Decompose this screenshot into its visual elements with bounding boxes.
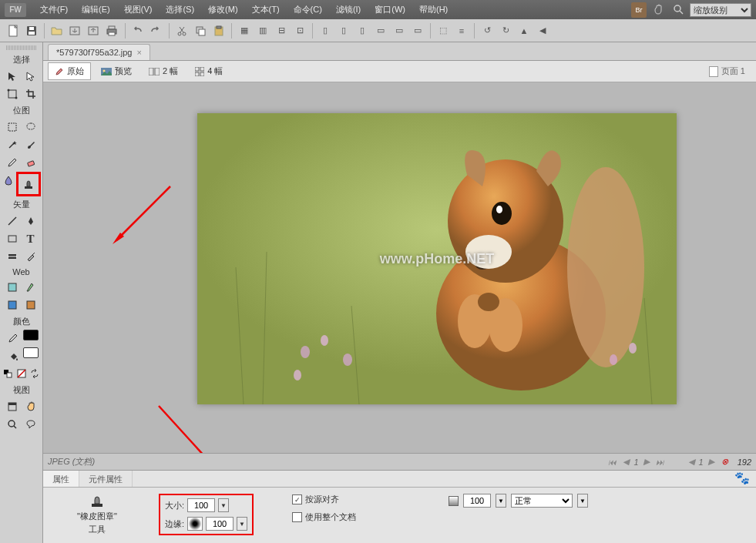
ungroup-icon[interactable]: ▥ — [254, 22, 271, 39]
nav-prev-icon[interactable]: ◀ — [620, 456, 632, 468]
zoom-select[interactable]: 缩放级别 — [690, 3, 751, 17]
hand-tool[interactable] — [22, 398, 39, 415]
show-slices-icon[interactable] — [22, 297, 39, 313]
swap-colors-icon[interactable] — [29, 365, 41, 382]
nav-last-icon[interactable]: ⏭ — [654, 456, 667, 468]
tab-element-attributes[interactable]: 元件属性 — [79, 471, 133, 487]
panel-grip[interactable] — [6, 45, 37, 50]
menu-modify[interactable]: 修改(M) — [202, 2, 244, 18]
scale-tool[interactable] — [4, 85, 21, 102]
rubber-stamp-tool[interactable] — [20, 176, 37, 193]
view-original[interactable]: 原始 — [48, 62, 91, 80]
flip-v-icon[interactable]: ◀ — [534, 22, 551, 39]
tab-attributes[interactable]: 属性 — [43, 471, 79, 487]
menu-select[interactable]: 选择(S) — [160, 2, 200, 18]
align-middle-icon[interactable]: ▭ — [391, 22, 408, 39]
edge-input[interactable] — [206, 517, 234, 531]
distribute-v-icon[interactable]: ⊡ — [291, 22, 308, 39]
nav-next-icon[interactable]: ▶ — [640, 456, 653, 468]
size-dropdown-icon[interactable]: ▼ — [218, 498, 229, 512]
open-icon[interactable] — [49, 22, 66, 39]
hide-slices-icon[interactable] — [4, 297, 21, 313]
rotate-cw-icon[interactable]: ↻ — [497, 22, 514, 39]
save-icon[interactable] — [23, 22, 40, 39]
menu-window[interactable]: 窗口(W) — [368, 2, 412, 18]
wand-tool[interactable] — [4, 136, 21, 153]
menu-commands[interactable]: 命令(C) — [287, 2, 328, 18]
brush-tool[interactable] — [22, 136, 39, 153]
new-icon[interactable] — [5, 22, 22, 39]
default-colors-icon[interactable] — [2, 365, 14, 382]
align-center-icon[interactable]: ▯ — [335, 22, 352, 39]
subselect-tool[interactable] — [22, 68, 39, 85]
opacity-dropdown-icon[interactable]: ▼ — [496, 494, 506, 508]
group-icon[interactable]: ▦ — [236, 22, 253, 39]
no-color-icon[interactable] — [15, 365, 28, 382]
eraser-tool[interactable] — [22, 154, 39, 171]
opacity-swatch[interactable] — [449, 496, 459, 506]
use-whole-doc-checkbox[interactable] — [292, 512, 302, 522]
close-tab-icon[interactable]: × — [136, 48, 141, 57]
align-right-icon[interactable]: ▯ — [354, 22, 371, 39]
align-source-checkbox[interactable]: ✓ — [292, 494, 302, 504]
lasso-tool[interactable] — [22, 119, 39, 136]
hotspot-tool[interactable] — [4, 279, 21, 296]
line-tool[interactable] — [4, 213, 21, 230]
transform-icon[interactable]: ⬚ — [435, 22, 452, 39]
text-tool[interactable]: T — [22, 230, 39, 247]
cut-icon[interactable] — [173, 22, 190, 39]
screen-mode-icon[interactable] — [4, 398, 21, 415]
edge-swatch[interactable] — [187, 517, 203, 531]
rotate-ccw-icon[interactable]: ↺ — [479, 22, 496, 39]
zoom-icon[interactable] — [671, 2, 687, 18]
crop-tool[interactable] — [22, 85, 39, 102]
redo-icon[interactable] — [148, 22, 165, 39]
close-doc-icon[interactable]: ⊗ — [719, 456, 731, 468]
align-bottom-icon[interactable]: ▭ — [409, 22, 426, 39]
slice-tool[interactable] — [22, 279, 39, 296]
page-indicator[interactable]: 页面 1 — [703, 63, 751, 79]
flip-h-icon[interactable]: ▲ — [516, 22, 533, 39]
edge-dropdown-icon[interactable]: ▼ — [237, 517, 247, 531]
copy-icon[interactable] — [192, 22, 209, 39]
size-input[interactable] — [187, 498, 215, 512]
menu-file[interactable]: 文件(F) — [34, 2, 74, 18]
undo-icon[interactable] — [129, 22, 146, 39]
knife-tool[interactable] — [22, 248, 39, 265]
pointer-tool[interactable] — [4, 68, 21, 85]
menu-text[interactable]: 文本(T) — [246, 2, 286, 18]
bridge-icon[interactable]: Br — [631, 2, 647, 18]
menu-filters[interactable]: 滤镜(I) — [330, 2, 367, 18]
zoom-tool[interactable] — [4, 416, 21, 433]
file-tab[interactable]: *579730f795a32.jpg × — [48, 44, 150, 60]
align-panel-icon[interactable]: ≡ — [453, 22, 470, 39]
fill-color[interactable] — [5, 347, 22, 364]
hand-icon[interactable] — [651, 2, 667, 18]
export-icon[interactable] — [86, 22, 102, 39]
menu-edit[interactable]: 编辑(E) — [76, 2, 116, 18]
view-2up[interactable]: 2 幅 — [142, 62, 185, 80]
pencil-tool[interactable] — [4, 154, 21, 171]
view-4up[interactable]: 4 幅 — [188, 62, 230, 80]
align-left-icon[interactable]: ▯ — [317, 22, 334, 39]
mode-dropdown-icon[interactable]: ▼ — [577, 494, 588, 508]
menu-help[interactable]: 帮助(H) — [413, 2, 454, 18]
print-icon[interactable] — [104, 22, 121, 39]
nav-first-icon[interactable]: ⏮ — [606, 456, 618, 468]
stroke-swatch[interactable] — [23, 330, 39, 340]
opacity-input[interactable] — [463, 494, 491, 508]
menu-view[interactable]: 视图(V) — [118, 2, 159, 18]
nav2-prev-icon[interactable]: ◀ — [685, 456, 697, 468]
align-top-icon[interactable]: ▭ — [372, 22, 389, 39]
blend-mode-select[interactable]: 正常 — [511, 494, 573, 508]
nav2-next-icon[interactable]: ▶ — [705, 456, 717, 468]
distribute-h-icon[interactable]: ⊟ — [273, 22, 290, 39]
paste-icon[interactable] — [210, 22, 227, 39]
lasso-select-tool[interactable] — [22, 416, 39, 433]
fill-swatch[interactable] — [23, 347, 39, 358]
import-icon[interactable] — [67, 22, 84, 39]
canvas[interactable]: www.pHome.NET — [43, 82, 756, 453]
stroke-color[interactable] — [5, 330, 22, 347]
marquee-tool[interactable] — [4, 119, 21, 136]
pen-tool[interactable] — [22, 213, 39, 230]
